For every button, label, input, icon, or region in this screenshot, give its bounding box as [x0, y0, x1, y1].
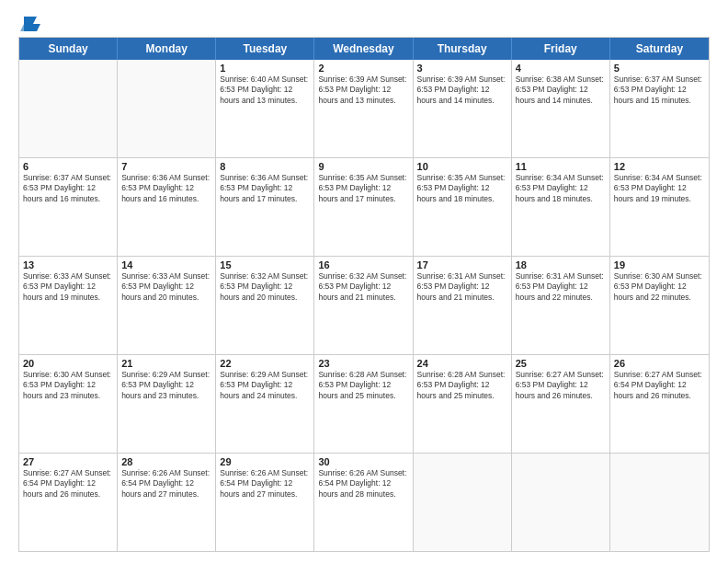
day-info: Sunrise: 6:29 AM Sunset: 6:53 PM Dayligh… [121, 370, 211, 401]
calendar-cell: 7Sunrise: 6:36 AM Sunset: 6:53 PM Daylig… [118, 158, 216, 256]
day-number: 14 [121, 259, 211, 270]
day-info: Sunrise: 6:32 AM Sunset: 6:53 PM Dayligh… [220, 271, 310, 303]
calendar-cell: 24Sunrise: 6:28 AM Sunset: 6:53 PM Dayli… [414, 355, 512, 453]
calendar-cell: 10Sunrise: 6:35 AM Sunset: 6:53 PM Dayli… [414, 158, 512, 256]
calendar-cell: 11Sunrise: 6:34 AM Sunset: 6:53 PM Dayli… [512, 158, 610, 256]
day-number: 7 [121, 161, 211, 172]
header-cell-wednesday: Wednesday [314, 38, 413, 60]
calendar-cell: 21Sunrise: 6:29 AM Sunset: 6:53 PM Dayli… [118, 355, 216, 453]
day-info: Sunrise: 6:27 AM Sunset: 6:54 PM Dayligh… [23, 468, 113, 500]
calendar-cell: 6Sunrise: 6:37 AM Sunset: 6:53 PM Daylig… [19, 158, 118, 256]
day-number: 21 [121, 358, 211, 369]
calendar-cell: 12Sunrise: 6:34 AM Sunset: 6:53 PM Dayli… [610, 158, 709, 256]
day-info: Sunrise: 6:33 AM Sunset: 6:53 PM Dayligh… [121, 271, 211, 303]
day-number: 11 [516, 161, 606, 172]
day-number: 5 [614, 63, 705, 74]
day-number: 16 [318, 259, 408, 270]
day-number: 24 [417, 358, 507, 369]
day-number: 19 [614, 259, 705, 270]
calendar-row-2: 6Sunrise: 6:37 AM Sunset: 6:53 PM Daylig… [19, 157, 709, 256]
day-info: Sunrise: 6:28 AM Sunset: 6:53 PM Dayligh… [417, 370, 507, 401]
calendar-cell: 23Sunrise: 6:28 AM Sunset: 6:53 PM Dayli… [314, 355, 413, 453]
day-info: Sunrise: 6:36 AM Sunset: 6:53 PM Dayligh… [121, 173, 211, 204]
calendar-cell: 14Sunrise: 6:33 AM Sunset: 6:53 PM Dayli… [118, 257, 216, 354]
day-number: 29 [220, 456, 310, 467]
day-number: 2 [318, 63, 408, 74]
calendar-cell [512, 454, 610, 551]
calendar-cell: 8Sunrise: 6:36 AM Sunset: 6:53 PM Daylig… [216, 158, 314, 256]
day-info: Sunrise: 6:35 AM Sunset: 6:53 PM Dayligh… [318, 173, 408, 204]
calendar-cell: 27Sunrise: 6:27 AM Sunset: 6:54 PM Dayli… [19, 454, 118, 551]
day-info: Sunrise: 6:34 AM Sunset: 6:53 PM Dayligh… [516, 173, 606, 204]
day-info: Sunrise: 6:27 AM Sunset: 6:54 PM Dayligh… [614, 370, 705, 401]
day-info: Sunrise: 6:37 AM Sunset: 6:53 PM Dayligh… [614, 75, 705, 106]
day-number: 28 [121, 456, 211, 467]
day-info: Sunrise: 6:26 AM Sunset: 6:54 PM Dayligh… [121, 468, 211, 500]
calendar-body: 1Sunrise: 6:40 AM Sunset: 6:53 PM Daylig… [19, 60, 709, 551]
day-number: 6 [23, 161, 113, 172]
day-info: Sunrise: 6:32 AM Sunset: 6:53 PM Dayligh… [318, 271, 408, 303]
calendar-cell: 30Sunrise: 6:26 AM Sunset: 6:54 PM Dayli… [314, 454, 413, 551]
day-number: 22 [220, 358, 310, 369]
day-info: Sunrise: 6:26 AM Sunset: 6:54 PM Dayligh… [318, 468, 408, 500]
calendar-cell: 20Sunrise: 6:30 AM Sunset: 6:53 PM Dayli… [19, 355, 118, 453]
day-number: 13 [23, 259, 113, 270]
day-info: Sunrise: 6:31 AM Sunset: 6:53 PM Dayligh… [516, 271, 606, 303]
day-number: 9 [318, 161, 408, 172]
calendar-cell: 25Sunrise: 6:27 AM Sunset: 6:53 PM Dayli… [512, 355, 610, 453]
calendar-cell: 16Sunrise: 6:32 AM Sunset: 6:53 PM Dayli… [314, 257, 413, 354]
day-info: Sunrise: 6:30 AM Sunset: 6:53 PM Dayligh… [23, 370, 113, 401]
day-number: 10 [417, 161, 507, 172]
day-number: 12 [614, 161, 705, 172]
day-number: 27 [23, 456, 113, 467]
day-info: Sunrise: 6:31 AM Sunset: 6:53 PM Dayligh… [417, 271, 507, 303]
day-info: Sunrise: 6:30 AM Sunset: 6:53 PM Dayligh… [614, 271, 705, 303]
calendar-cell [118, 60, 216, 157]
calendar-cell: 26Sunrise: 6:27 AM Sunset: 6:54 PM Dayli… [610, 355, 709, 453]
calendar-cell: 28Sunrise: 6:26 AM Sunset: 6:54 PM Dayli… [118, 454, 216, 551]
calendar: SundayMondayTuesdayWednesdayThursdayFrid… [18, 37, 710, 552]
day-number: 1 [220, 63, 310, 74]
calendar-cell: 18Sunrise: 6:31 AM Sunset: 6:53 PM Dayli… [512, 257, 610, 354]
day-info: Sunrise: 6:26 AM Sunset: 6:54 PM Dayligh… [220, 468, 310, 500]
day-info: Sunrise: 6:40 AM Sunset: 6:53 PM Dayligh… [220, 75, 310, 106]
calendar-cell: 15Sunrise: 6:32 AM Sunset: 6:53 PM Dayli… [216, 257, 314, 354]
day-number: 30 [318, 456, 408, 467]
day-number: 26 [614, 358, 705, 369]
day-info: Sunrise: 6:37 AM Sunset: 6:53 PM Dayligh… [23, 173, 113, 204]
calendar-cell: 22Sunrise: 6:29 AM Sunset: 6:53 PM Dayli… [216, 355, 314, 453]
header-cell-thursday: Thursday [414, 38, 512, 60]
calendar-row-1: 1Sunrise: 6:40 AM Sunset: 6:53 PM Daylig… [19, 60, 709, 157]
calendar-row-3: 13Sunrise: 6:33 AM Sunset: 6:53 PM Dayli… [19, 256, 709, 354]
day-info: Sunrise: 6:38 AM Sunset: 6:53 PM Dayligh… [516, 75, 606, 106]
day-info: Sunrise: 6:36 AM Sunset: 6:53 PM Dayligh… [220, 173, 310, 204]
calendar-cell: 3Sunrise: 6:39 AM Sunset: 6:53 PM Daylig… [414, 60, 512, 157]
calendar-cell: 2Sunrise: 6:39 AM Sunset: 6:53 PM Daylig… [314, 60, 413, 157]
calendar-cell: 5Sunrise: 6:37 AM Sunset: 6:53 PM Daylig… [610, 60, 709, 157]
header-cell-sunday: Sunday [19, 38, 118, 60]
day-info: Sunrise: 6:33 AM Sunset: 6:53 PM Dayligh… [23, 271, 113, 303]
day-number: 23 [318, 358, 408, 369]
calendar-cell [610, 454, 709, 551]
calendar-cell: 9Sunrise: 6:35 AM Sunset: 6:53 PM Daylig… [314, 158, 413, 256]
day-number: 25 [516, 358, 606, 369]
calendar-cell: 29Sunrise: 6:26 AM Sunset: 6:54 PM Dayli… [216, 454, 314, 551]
day-info: Sunrise: 6:29 AM Sunset: 6:53 PM Dayligh… [220, 370, 310, 401]
page-header [18, 17, 710, 28]
calendar-cell [19, 60, 118, 157]
day-info: Sunrise: 6:35 AM Sunset: 6:53 PM Dayligh… [417, 173, 507, 204]
day-number: 18 [516, 259, 606, 270]
day-number: 20 [23, 358, 113, 369]
day-info: Sunrise: 6:39 AM Sunset: 6:53 PM Dayligh… [318, 75, 408, 106]
calendar-cell: 13Sunrise: 6:33 AM Sunset: 6:53 PM Dayli… [19, 257, 118, 354]
calendar-row-4: 20Sunrise: 6:30 AM Sunset: 6:53 PM Dayli… [19, 354, 709, 453]
calendar-cell [414, 454, 512, 551]
header-cell-friday: Friday [512, 38, 610, 60]
logo-icon [20, 17, 40, 33]
day-number: 15 [220, 259, 310, 270]
calendar-row-5: 27Sunrise: 6:27 AM Sunset: 6:54 PM Dayli… [19, 453, 709, 551]
day-info: Sunrise: 6:28 AM Sunset: 6:53 PM Dayligh… [318, 370, 408, 401]
header-cell-saturday: Saturday [610, 38, 709, 60]
day-info: Sunrise: 6:27 AM Sunset: 6:53 PM Dayligh… [516, 370, 606, 401]
calendar-cell: 19Sunrise: 6:30 AM Sunset: 6:53 PM Dayli… [610, 257, 709, 354]
